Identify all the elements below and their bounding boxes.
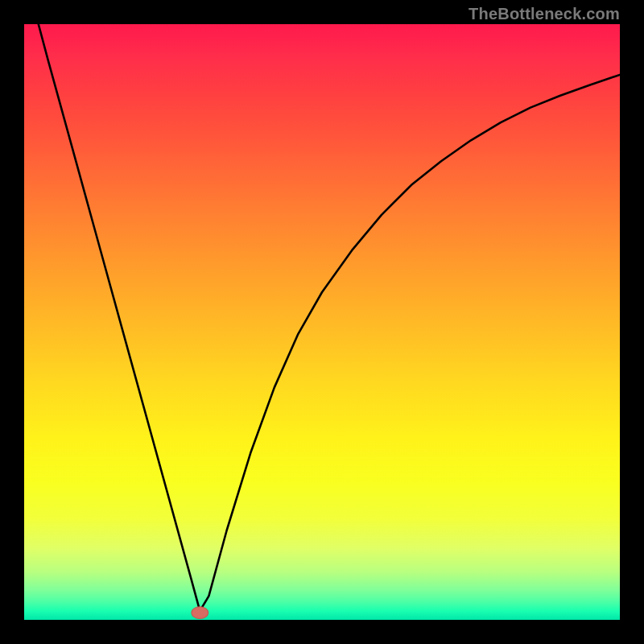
chart-frame: TheBottleneck.com	[0, 0, 644, 644]
watermark-text: TheBottleneck.com	[469, 5, 620, 23]
minimum-marker	[192, 607, 208, 619]
plot-area	[24, 24, 620, 620]
chart-svg	[24, 24, 620, 620]
bottleneck-curve	[24, 24, 620, 611]
